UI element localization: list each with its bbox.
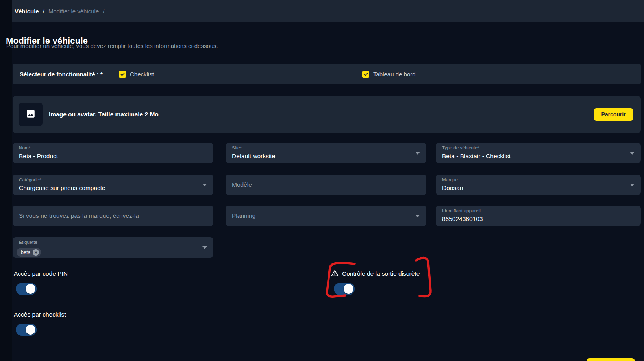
bottom-action-button[interactable] <box>587 358 635 361</box>
image-upload-card: Image ou avatar. Taille maximale 2 Mo Pa… <box>13 96 641 133</box>
select-etiquette[interactable]: Étiquette beta ✕ <box>13 237 213 258</box>
chevron-down-icon[interactable] <box>630 184 635 186</box>
breadcrumb-separator: / <box>43 8 44 15</box>
select-etiquette-label: Étiquette <box>19 240 37 245</box>
chevron-down-icon[interactable] <box>202 184 207 186</box>
feature-selector-bar: Sélecteur de fonctionnalité : * Checklis… <box>13 64 641 84</box>
toggle-sortie-discrete-label: Contrôle de la sortie discrète <box>342 270 420 277</box>
select-site[interactable]: Site* Default worksite <box>226 143 426 163</box>
field-nom[interactable]: Nom* Beta - Product <box>13 143 213 163</box>
toggle-acces-checklist[interactable] <box>16 324 37 336</box>
select-type-vehicule[interactable]: Type de véhicule* Beta - Blaxtair - Chec… <box>436 143 641 163</box>
checkbox-checked-icon[interactable] <box>362 71 369 78</box>
close-circle-icon[interactable]: ✕ <box>33 249 39 256</box>
toggle-controle-sortie-discrete[interactable] <box>334 283 355 295</box>
toggle-checklist-label: Accès par checklist <box>14 311 66 318</box>
field-nom-value: Beta - Product <box>19 153 58 160</box>
collapsed-sidebar <box>0 0 12 361</box>
toggle-acces-code-pin[interactable] <box>16 283 37 295</box>
select-marque-value: Doosan <box>442 184 463 192</box>
select-categorie[interactable]: Catégorie* Chargeuse sur pneus compacte <box>13 175 213 195</box>
image-preview-tile <box>19 103 43 126</box>
checkbox-checked-icon[interactable] <box>119 71 126 78</box>
select-planning-placeholder: Planning <box>232 206 255 226</box>
breadcrumb-item-vehicule[interactable]: Véhicule <box>15 8 39 15</box>
select-planning[interactable]: Planning <box>226 206 426 226</box>
chevron-down-icon[interactable] <box>630 152 635 155</box>
warning-triangle-icon <box>331 269 339 277</box>
toggle-knob <box>26 284 35 294</box>
select-type-vehicule-value: Beta - Blaxtair - Checklist <box>442 153 511 160</box>
field-nom-label: Nom* <box>19 146 31 150</box>
select-site-value: Default worksite <box>232 153 275 160</box>
select-marque[interactable]: Marque Doosan <box>436 175 641 195</box>
select-categorie-label: Catégorie* <box>19 177 41 182</box>
field-identifiant-value: 865024360103 <box>442 215 483 223</box>
field-modele[interactable]: Modèle <box>226 175 426 195</box>
field-identifiant-label: Identifiant appareil <box>442 208 481 213</box>
upload-instructions: Image ou avatar. Taille maximale 2 Mo <box>49 111 159 118</box>
browse-button[interactable]: Parcourir <box>594 108 633 121</box>
image-icon <box>26 109 36 120</box>
breadcrumb-item-modifier: Modifier le véhicule <box>48 8 99 15</box>
checkbox-label: Tableau de bord <box>373 71 416 77</box>
checkbox-option-checklist[interactable]: Checklist <box>119 64 154 84</box>
feature-selector-label: Sélecteur de fonctionnalité : * <box>20 71 103 77</box>
field-marque-libre[interactable]: Si vous ne trouvez pas la marque, écrive… <box>13 206 213 226</box>
toggle-pin-label: Accès par code PIN <box>14 270 68 277</box>
breadcrumb: Véhicule / Modifier le véhicule / <box>15 8 104 15</box>
field-identifiant-appareil[interactable]: Identifiant appareil 865024360103 <box>436 206 641 226</box>
tag-chip-label: beta <box>21 250 30 255</box>
toggle-knob <box>344 284 353 294</box>
page-subtitle: Pour modifier un véhicule, vous devez re… <box>6 42 218 49</box>
select-marque-label: Marque <box>442 177 458 182</box>
field-marque-libre-placeholder: Si vous ne trouvez pas la marque, écrive… <box>19 206 139 226</box>
select-type-vehicule-label: Type de véhicule* <box>442 146 479 150</box>
select-categorie-value: Chargeuse sur pneus compacte <box>19 184 105 192</box>
select-site-label: Site* <box>232 146 242 150</box>
checkbox-option-tableau-de-bord[interactable]: Tableau de bord <box>362 64 416 84</box>
breadcrumb-separator: / <box>103 8 104 15</box>
tag-chip[interactable]: beta ✕ <box>17 248 41 257</box>
toggle-knob <box>26 325 35 335</box>
field-modele-placeholder: Modèle <box>232 175 252 195</box>
checkbox-label: Checklist <box>130 71 154 77</box>
chevron-down-icon[interactable] <box>202 246 207 249</box>
chevron-down-icon[interactable] <box>415 152 420 155</box>
chevron-down-icon[interactable] <box>415 215 420 217</box>
breadcrumb-bar: Véhicule / Modifier le véhicule / <box>12 0 644 22</box>
